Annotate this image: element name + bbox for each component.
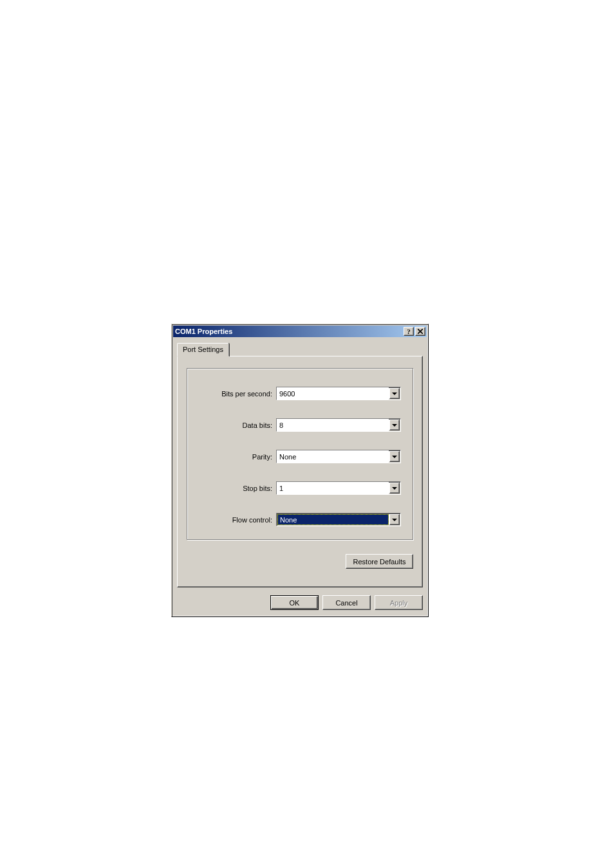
field-data-bits: Data bits: 8	[199, 418, 401, 432]
settings-group: Bits per second: 9600 Data bits: 8 Parit…	[187, 368, 413, 540]
titlebar-buttons	[402, 327, 425, 336]
dropdown-button[interactable]	[389, 514, 400, 525]
chevron-down-icon	[392, 424, 397, 427]
chevron-down-icon	[392, 487, 397, 490]
tab-header: Port Settings	[177, 342, 423, 356]
combo-value: None	[277, 450, 389, 463]
dropdown-button[interactable]	[389, 420, 400, 430]
dialog-button-row: OK Cancel Apply	[172, 593, 428, 616]
combo-value: 8	[277, 419, 389, 431]
ok-button[interactable]: OK	[270, 595, 319, 610]
chevron-down-icon	[392, 392, 397, 395]
tab-panel: Bits per second: 9600 Data bits: 8 Parit…	[177, 356, 423, 587]
chevron-down-icon	[392, 519, 397, 521]
close-icon	[418, 329, 423, 334]
field-flow-control: Flow control: None	[199, 513, 401, 526]
label-stop-bits: Stop bits:	[199, 485, 276, 492]
label-parity: Parity:	[199, 453, 276, 461]
help-button[interactable]	[404, 327, 414, 336]
close-button[interactable]	[415, 327, 425, 336]
combo-bits-per-second[interactable]: 9600	[276, 387, 401, 400]
field-parity: Parity: None	[199, 450, 401, 463]
dropdown-button[interactable]	[389, 451, 400, 462]
dropdown-button[interactable]	[389, 388, 400, 399]
combo-value: None	[277, 514, 389, 525]
tab-port-settings[interactable]: Port Settings	[177, 343, 229, 356]
restore-defaults-button[interactable]: Restore Defaults	[346, 554, 413, 569]
field-bits-per-second: Bits per second: 9600	[199, 387, 401, 400]
label-bits-per-second: Bits per second:	[199, 390, 276, 398]
label-data-bits: Data bits:	[199, 421, 276, 429]
field-stop-bits: Stop bits: 1	[199, 481, 401, 495]
properties-dialog: COM1 Properties Port Settings Bits per s…	[171, 324, 429, 617]
combo-stop-bits[interactable]: 1	[276, 481, 401, 495]
combo-value: 1	[277, 482, 389, 494]
combo-value: 9600	[277, 387, 389, 400]
titlebar: COM1 Properties	[173, 326, 427, 337]
dropdown-button[interactable]	[389, 483, 400, 494]
cancel-button[interactable]: Cancel	[322, 595, 371, 610]
chevron-down-icon	[392, 456, 397, 458]
dialog-body: Port Settings Bits per second: 9600 Data…	[172, 338, 428, 593]
apply-button: Apply	[375, 595, 423, 610]
combo-data-bits[interactable]: 8	[276, 418, 401, 432]
combo-flow-control[interactable]: None	[276, 513, 401, 526]
window-title: COM1 Properties	[175, 328, 232, 335]
combo-parity[interactable]: None	[276, 450, 401, 463]
label-flow-control: Flow control:	[199, 516, 276, 524]
restore-row: Restore Defaults	[187, 554, 413, 569]
